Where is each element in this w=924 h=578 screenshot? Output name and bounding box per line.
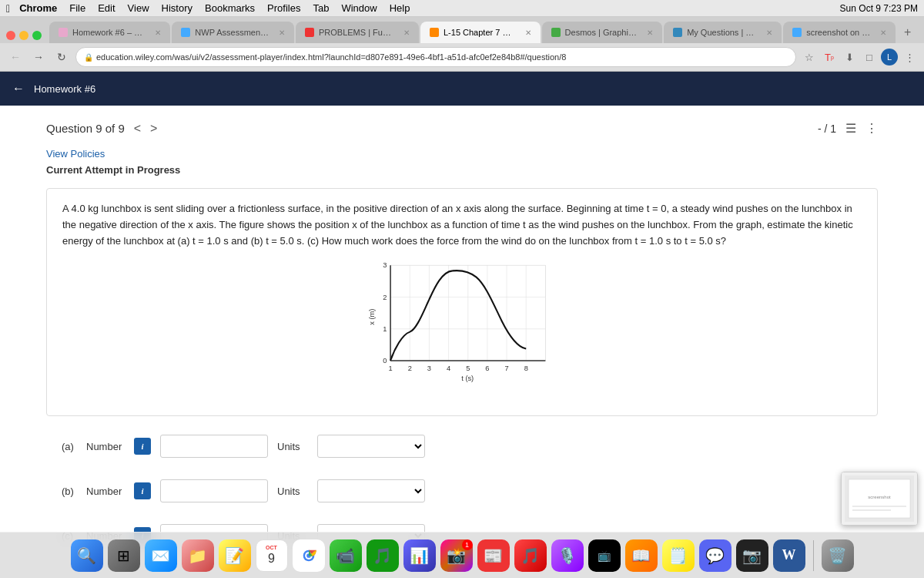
tab-nwp[interactable]: NWP Assessment P... ✕ <box>172 22 294 43</box>
units-select-a[interactable]: J kJ <box>317 435 425 458</box>
menu-window[interactable]: Window <box>341 2 377 14</box>
back-nav-btn[interactable]: ← <box>6 48 25 66</box>
word-icon: W <box>782 547 796 563</box>
menu-chrome[interactable]: Chrome <box>19 2 57 14</box>
downloads-btn[interactable]: ⬇ <box>841 49 858 66</box>
tab-desmos[interactable]: Desmos | Graphing... ✕ <box>542 22 663 43</box>
finder-icon: 🔍 <box>77 546 96 565</box>
info-btn-a[interactable]: i <box>134 438 151 455</box>
browser-chrome: Homework #6 – Fal... ✕ NWP Assessment P.… <box>0 17 924 72</box>
part-type-a: Number <box>86 441 125 452</box>
tab-close-homework6[interactable]: ✕ <box>155 29 161 37</box>
music-icon: 🎵 <box>521 546 540 565</box>
bookmark-btn[interactable]: ☆ <box>801 49 818 66</box>
dock-reminders[interactable]: 📝 <box>219 539 251 572</box>
tab-label-chapter7: L-15 Chapter 7 Oct... <box>444 28 517 37</box>
reload-btn[interactable]: ↻ <box>52 48 71 66</box>
menu-help[interactable]: Help <box>390 2 410 14</box>
menu-profiles[interactable]: Profiles <box>267 2 300 14</box>
question-more-icon[interactable]: ⋮ <box>865 121 878 136</box>
dock-launchpad[interactable]: ⊞ <box>108 539 140 572</box>
main-content: Question 9 of 9 < > - / 1 ☰ ⋮ View Polic… <box>0 106 924 578</box>
tab-icon-desmos <box>551 28 561 37</box>
page-title: Homework #6 <box>34 83 95 95</box>
tab-icon-screenshot <box>792 28 802 37</box>
dock-podcasts[interactable]: 🎙️ <box>551 539 584 572</box>
tab-label-myquestions: My Questions | bar... <box>687 28 758 37</box>
chrome-icon <box>299 546 319 566</box>
view-policies-link[interactable]: View Policies <box>46 148 878 160</box>
maximize-window-btn[interactable] <box>32 31 42 40</box>
window-btn[interactable]: □ <box>861 49 878 66</box>
tab-icon-myquestions <box>673 28 682 37</box>
next-question-btn[interactable]: > <box>150 122 157 136</box>
dock-music[interactable]: 🎵 <box>514 539 547 572</box>
svg-text:1: 1 <box>389 365 393 373</box>
menu-file[interactable]: File <box>69 2 85 14</box>
dock-mail[interactable]: ✉️ <box>145 539 177 572</box>
dock-instagram[interactable]: 📸 1 <box>440 539 473 572</box>
page-header: ← Homework #6 <box>0 72 924 106</box>
menu-history[interactable]: History <box>162 2 192 14</box>
menu-view[interactable]: View <box>128 2 149 14</box>
close-window-btn[interactable] <box>6 31 15 40</box>
svg-text:5: 5 <box>466 365 470 373</box>
url-bar[interactable]: 🔒 education.wiley.com/was/ui/v2/assessme… <box>75 47 796 67</box>
dock-charts[interactable]: 📊 <box>403 539 436 572</box>
extensions-btn[interactable]: Tp <box>821 49 838 66</box>
svg-text:3: 3 <box>383 262 387 270</box>
menu-bookmarks[interactable]: Bookmarks <box>205 2 255 14</box>
number-input-a[interactable] <box>160 435 268 458</box>
tab-close-screenshot[interactable]: ✕ <box>880 29 886 37</box>
minimize-window-btn[interactable] <box>19 31 28 40</box>
menu-tab[interactable]: Tab <box>313 2 329 14</box>
tab-close-desmos[interactable]: ✕ <box>647 29 653 37</box>
more-options-btn[interactable]: ⋮ <box>901 49 918 66</box>
tab-close-nwp[interactable]: ✕ <box>279 29 285 37</box>
dock-discord[interactable]: 💬 <box>699 539 732 572</box>
discord-icon: 💬 <box>705 546 725 565</box>
profile-btn[interactable]: L <box>881 49 898 66</box>
forward-nav-btn[interactable]: → <box>29 48 48 66</box>
mail-icon: ✉️ <box>151 546 170 565</box>
address-bar-right: ☆ Tp ⬇ □ L ⋮ <box>801 49 918 66</box>
question-counter: Question 9 of 9 <box>46 122 125 135</box>
number-input-b[interactable] <box>160 479 268 502</box>
tab-myquestions[interactable]: My Questions | bar... ✕ <box>664 22 782 43</box>
dock-notes[interactable]: 🗒️ <box>662 539 695 572</box>
back-to-course-btn[interactable]: ← <box>12 82 25 96</box>
podcasts-icon: 🎙️ <box>557 546 577 565</box>
tab-problems[interactable]: PROBLEMS | Funde... ✕ <box>296 22 419 43</box>
units-select-b[interactable]: J kJ <box>317 479 425 502</box>
menu-edit[interactable]: Edit <box>98 2 115 14</box>
tab-close-myquestions[interactable]: ✕ <box>766 29 772 37</box>
dock-finder[interactable]: 🔍 <box>71 539 103 572</box>
dock: 🔍 ⊞ ✉️ 📁 📝 OCT 9 📹 🎵 <box>0 532 924 578</box>
tab-screenshot[interactable]: screenshot on mac ✕ <box>783 22 896 43</box>
news-icon: 📰 <box>484 546 503 565</box>
new-tab-btn[interactable]: + <box>897 22 918 43</box>
tab-chapter7[interactable]: L-15 Chapter 7 Oct... ✕ <box>420 22 541 43</box>
dock-books[interactable]: 📖 <box>625 539 658 572</box>
problem-box: A 4.0 kg lunchbox is sent sliding over a… <box>46 188 878 416</box>
graph-container: 1 2 3 4 5 6 7 8 0 1 2 3 x (m) t (s <box>62 261 862 385</box>
dock-trash[interactable]: 🗑️ <box>822 539 854 572</box>
dock-files[interactable]: 📁 <box>182 539 214 572</box>
info-btn-b[interactable]: i <box>134 482 151 499</box>
prev-question-btn[interactable]: < <box>134 122 141 136</box>
svg-text:2: 2 <box>383 294 387 301</box>
tab-close-problems[interactable]: ✕ <box>403 29 410 37</box>
apple-menu[interactable]:  <box>6 2 10 15</box>
tab-close-chapter7[interactable]: ✕ <box>525 29 531 37</box>
reminders-icon: 📝 <box>225 546 244 565</box>
dock-spotify[interactable]: 🎵 <box>367 539 399 572</box>
dock-facetime[interactable]: 📹 <box>330 539 362 572</box>
question-list-icon[interactable]: ☰ <box>845 121 856 136</box>
dock-news[interactable]: 📰 <box>477 539 510 572</box>
tab-homework6[interactable]: Homework #6 – Fal... ✕ <box>49 22 170 43</box>
dock-word[interactable]: W <box>773 539 805 572</box>
dock-calendar[interactable]: OCT 9 <box>256 539 288 572</box>
dock-camera[interactable]: 📷 <box>736 539 768 572</box>
dock-chrome[interactable] <box>293 539 325 572</box>
dock-appletv[interactable]: 📺 <box>588 539 621 572</box>
